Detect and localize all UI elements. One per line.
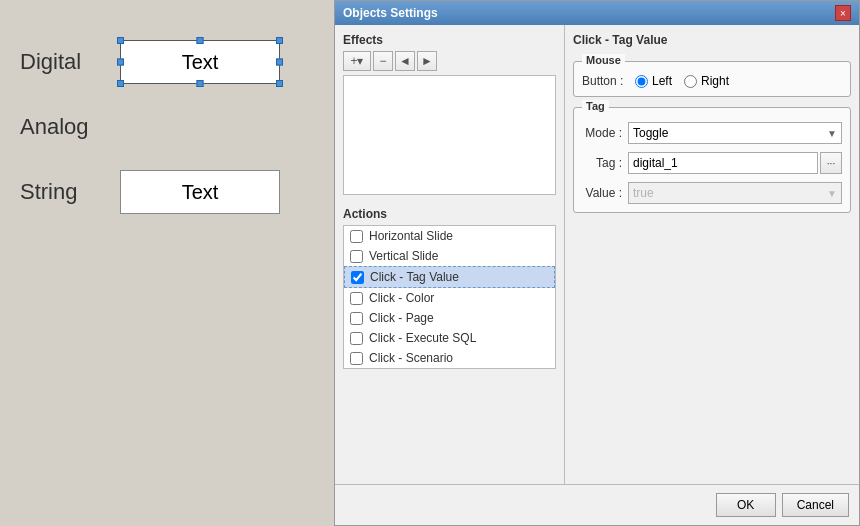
move-down-effect-button[interactable]: ►	[417, 51, 437, 71]
radio-left[interactable]: Left	[635, 74, 672, 88]
action-checkbox-horizontal-slide[interactable]	[350, 230, 363, 243]
mode-select-arrow: ▼	[827, 128, 837, 139]
tag-group-title: Tag	[582, 100, 609, 112]
dialog-body: Effects +▾ − ◄ ► Actions Horizontal Slid…	[335, 25, 859, 484]
mouse-button-label: Button :	[582, 74, 627, 88]
dialog-close-button[interactable]: ×	[835, 5, 851, 21]
mouse-group: Mouse Button : Left Right	[573, 61, 851, 97]
value-label: Value :	[582, 186, 622, 200]
handle-mr	[276, 59, 283, 66]
canvas-label-analog: Analog	[20, 114, 100, 140]
action-label-click-tag-value: Click - Tag Value	[370, 270, 459, 284]
mode-row: Mode : Toggle Set Reset ▼	[582, 122, 842, 144]
right-panel-title: Click - Tag Value	[573, 33, 851, 47]
handle-tr	[276, 37, 283, 44]
mode-select-container[interactable]: Toggle Set Reset ▼	[628, 122, 842, 144]
tag-row: Tag : ···	[582, 152, 842, 174]
tag-browse-button[interactable]: ···	[820, 152, 842, 174]
dialog-footer: OK Cancel	[335, 484, 859, 525]
value-select[interactable]: true false	[633, 186, 827, 200]
handle-ml	[117, 59, 124, 66]
canvas-item-digital: Digital Text	[20, 40, 314, 84]
canvas-item-string: String Text	[20, 170, 314, 214]
digital-widget-text: Text	[182, 51, 219, 74]
handle-bm	[197, 80, 204, 87]
effects-section: Effects +▾ − ◄ ►	[343, 33, 556, 195]
action-item-click-scenario[interactable]: Click - Scenario	[344, 348, 555, 368]
canvas-widget-string[interactable]: Text	[120, 170, 280, 214]
action-label-vertical-slide: Vertical Slide	[369, 249, 438, 263]
value-select-container[interactable]: true false ▼	[628, 182, 842, 204]
cancel-button[interactable]: Cancel	[782, 493, 849, 517]
action-item-vertical-slide[interactable]: Vertical Slide	[344, 246, 555, 266]
remove-effect-button[interactable]: −	[373, 51, 393, 71]
radio-input-left[interactable]	[635, 75, 648, 88]
action-label-click-scenario: Click - Scenario	[369, 351, 453, 365]
canvas-label-string: String	[20, 179, 100, 205]
dialog-titlebar: Objects Settings ×	[335, 1, 859, 25]
action-item-click-tag-value[interactable]: Click - Tag Value	[344, 266, 555, 288]
action-item-click-execute-sql[interactable]: Click - Execute SQL	[344, 328, 555, 348]
value-select-arrow: ▼	[827, 188, 837, 199]
action-label-click-page: Click - Page	[369, 311, 434, 325]
mode-select[interactable]: Toggle Set Reset	[633, 126, 827, 140]
move-up-effect-button[interactable]: ◄	[395, 51, 415, 71]
effects-area	[343, 75, 556, 195]
action-item-click-color[interactable]: Click - Color	[344, 288, 555, 308]
dialog-title: Objects Settings	[343, 6, 438, 20]
left-panel: Effects +▾ − ◄ ► Actions Horizontal Slid…	[335, 25, 565, 484]
tag-input[interactable]	[628, 152, 818, 174]
action-label-click-color: Click - Color	[369, 291, 434, 305]
objects-settings-dialog: Objects Settings × Effects +▾ − ◄ ► Acti…	[334, 0, 860, 526]
radio-right[interactable]: Right	[684, 74, 729, 88]
canvas-area: Digital Text Analog String Text	[0, 0, 334, 526]
actions-title: Actions	[343, 207, 556, 221]
radio-input-right[interactable]	[684, 75, 697, 88]
action-checkbox-click-execute-sql[interactable]	[350, 332, 363, 345]
effects-title: Effects	[343, 33, 556, 47]
handle-tl	[117, 37, 124, 44]
actions-list: Horizontal Slide Vertical Slide Click - …	[343, 225, 556, 369]
handle-br	[276, 80, 283, 87]
canvas-label-digital: Digital	[20, 49, 100, 75]
string-widget-text: Text	[182, 181, 219, 204]
action-label-click-execute-sql: Click - Execute SQL	[369, 331, 476, 345]
action-checkbox-click-color[interactable]	[350, 292, 363, 305]
action-checkbox-click-scenario[interactable]	[350, 352, 363, 365]
action-checkbox-vertical-slide[interactable]	[350, 250, 363, 263]
actions-section: Actions Horizontal Slide Vertical Slide …	[343, 207, 556, 369]
tag-input-container: ···	[628, 152, 842, 174]
ok-button[interactable]: OK	[716, 493, 776, 517]
action-item-horizontal-slide[interactable]: Horizontal Slide	[344, 226, 555, 246]
action-item-click-page[interactable]: Click - Page	[344, 308, 555, 328]
right-panel: Click - Tag Value Mouse Button : Left Ri…	[565, 25, 859, 484]
value-row: Value : true false ▼	[582, 182, 842, 204]
radio-label-right: Right	[701, 74, 729, 88]
add-effect-button[interactable]: +▾	[343, 51, 371, 71]
canvas-widget-digital[interactable]: Text	[120, 40, 280, 84]
effects-toolbar: +▾ − ◄ ►	[343, 51, 556, 71]
tag-group: Tag Mode : Toggle Set Reset ▼	[573, 107, 851, 213]
canvas-item-analog: Analog	[20, 114, 314, 140]
tag-fields: Mode : Toggle Set Reset ▼ Tag :	[582, 116, 842, 204]
mode-label: Mode :	[582, 126, 622, 140]
mouse-button-row: Button : Left Right	[582, 70, 842, 88]
handle-bl	[117, 80, 124, 87]
mouse-group-title: Mouse	[582, 54, 625, 66]
mouse-radio-group: Left Right	[635, 74, 729, 88]
action-checkbox-click-page[interactable]	[350, 312, 363, 325]
handle-tm	[197, 37, 204, 44]
action-checkbox-click-tag-value[interactable]	[351, 271, 364, 284]
tag-label: Tag :	[582, 156, 622, 170]
action-label-horizontal-slide: Horizontal Slide	[369, 229, 453, 243]
radio-label-left: Left	[652, 74, 672, 88]
